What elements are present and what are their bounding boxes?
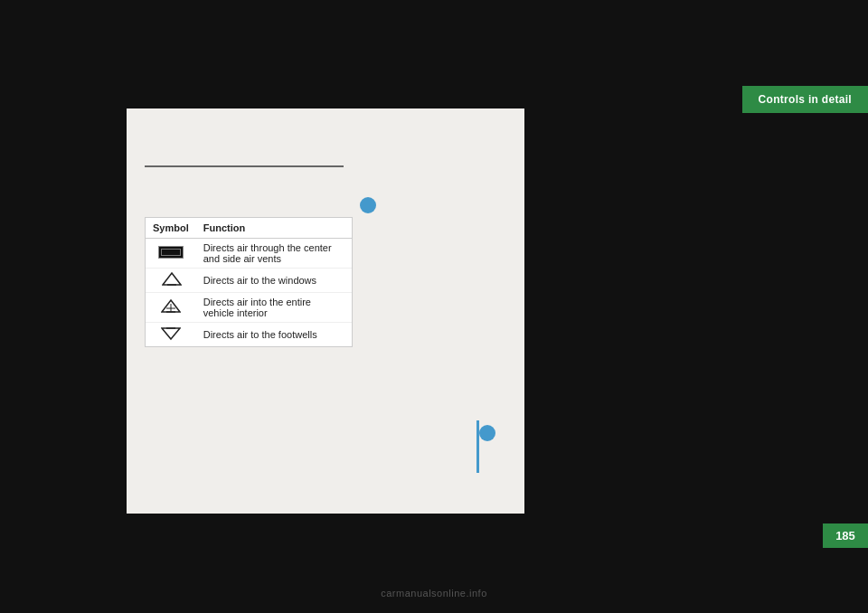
function-cell-interior: Directs air into the entire vehicle inte… [196,293,352,323]
svg-marker-6 [162,328,180,339]
symbol-cell-interior [146,293,196,323]
table-row: Directs air to the footwells [146,323,352,347]
col-function-header: Function [196,218,352,239]
col-symbol-header: Symbol [146,218,196,239]
dark-top-region [0,0,868,108]
interior-icon [161,299,181,314]
table-row: Directs air into the entire vehicle inte… [146,293,352,323]
symbol-function-table: Symbol Function Directs air through the … [145,217,353,347]
svg-marker-0 [163,273,181,285]
bullet-icon-2 [479,425,495,441]
symbol-cell-footwells [146,323,196,347]
table-row: Directs air through the center and side … [146,239,352,269]
windows-icon [162,272,180,285]
footwells-icon [161,326,181,341]
function-cell-windows: Directs air to the windows [196,269,352,293]
page-container: Controls in detail Symbol Function Direc… [0,0,868,613]
bullet-icon-1 [360,197,376,213]
function-cell-footwells: Directs air to the footwells [196,323,352,347]
function-cell-vents: Directs air through the center and side … [196,239,352,269]
watermark: carmanualsonline.info [381,588,487,599]
page-number: 185 [835,529,855,542]
table-row: Directs air to the windows [146,269,352,293]
vertical-accent-line [476,420,479,473]
tab-label: Controls in detail [759,93,852,106]
controls-in-detail-tab: Controls in detail [742,86,868,113]
section-divider [145,165,344,167]
page-number-box: 185 [823,523,868,548]
symbol-cell-windows [146,269,196,293]
vents-icon [158,246,184,259]
symbol-cell-vents [146,239,196,269]
